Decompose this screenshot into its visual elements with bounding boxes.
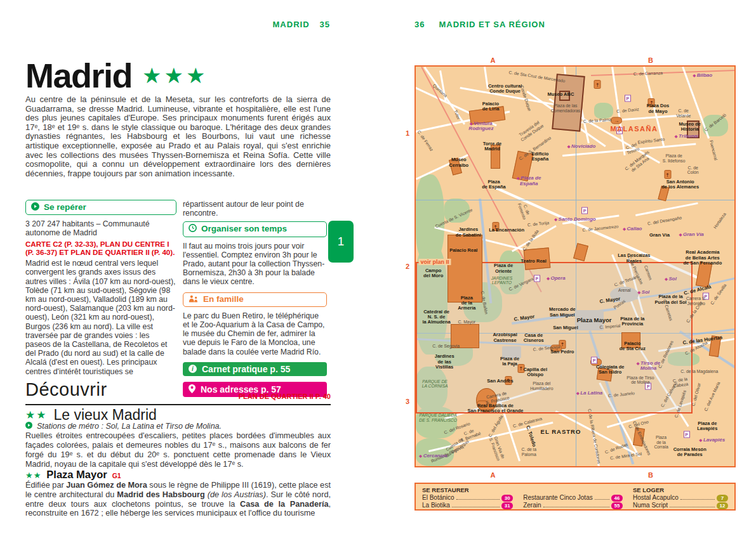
map-label: Jardines de las Vistillas [435,355,454,370]
map-label: Catedral de N. S. de la Almudena [422,309,450,325]
legend-dotted-leader [680,499,715,500]
map-label: Palacio de Sta Cruz [620,341,646,352]
map-label: C. de Sevilla [710,283,727,306]
decouvrir-header: Découvrir PLAN DE QUARTIER II P. 40 [25,379,331,405]
map-label: San Miguel [553,325,578,330]
rich-text-segment: Madrid des Habsbourg [117,490,204,499]
legend-dotted-leader [456,499,500,500]
metro-icon: ◆ [576,391,580,395]
map-label: EL RASTRO [541,429,581,436]
metro-icon: ◆ [700,438,703,442]
map-label: Corrala Mesón de Parades [673,447,706,458]
page-title: Madrid [25,56,132,95]
map-label: Museo ABC [548,92,574,97]
map-label: Travesía del Conde Duque [517,119,544,143]
map-label: ◆ Santo Domingo [554,216,595,222]
heading-stars-icon: ★★ [25,408,47,422]
legend-dotted-leader [452,507,500,507]
map-label: Plaza de la Paja [500,356,519,367]
map-label: C. de la Palma [583,117,612,124]
legend-header [523,486,623,493]
map-label: C. del Ave María [703,381,721,412]
map-legend: SE RESTAUREREl Botánico30La Biotika31Res… [414,483,736,511]
map-label: Gran Vía [649,233,670,238]
legend-item: Zerain55 [523,502,623,509]
legend-item: La Biotika31 [422,502,513,509]
parking-icon: P [625,95,631,102]
metro-icon: ◆ [638,290,642,294]
map-label: ◆ La Latina [576,391,602,396]
intro-paragraph: Au centre de la péninsule et de la Meset… [25,95,331,178]
se-reperer-box: Se repérer [25,200,176,215]
population-line: 3 207 247 habitants – Communauté autonom… [25,219,176,237]
map-label: La Encarnación [489,228,524,233]
map-label: C. de Carranza [633,71,663,77]
map-grid-number: 2 [406,263,409,270]
map-label: PARQUE DE LA CORNISA [422,379,448,389]
map-label: C. de la Magdalena [680,369,718,374]
legend-number-badge: 31 [501,502,513,509]
legend-item-name: Restaurante Cinco Jotas [523,494,593,502]
left-running-title: MADRID [273,20,310,29]
rating-stars-icon: ★★★ [142,63,208,88]
map-building [448,235,482,303]
map-reference-text: CARTE C2 (P. 32-33), PLAN DU CENTRE I (P… [25,240,176,257]
map-label: Plaza de la Provincia [620,316,644,327]
metro-icon: ◆ [693,73,696,77]
legend-dotted-leader [595,499,609,500]
family-icon [189,295,199,304]
map-label: C. del Olivar [691,382,701,407]
decouvrir-title: Découvrir [25,379,107,400]
metro-stations-text: Stations de métro : Sol, La Latina et Ti… [37,422,222,431]
legend-item: Hostal Acapulco7 [633,494,728,502]
map-label: Plaza de la Corrala [654,435,668,450]
map-label: Plaza de S. Ildefonso [663,153,686,163]
legend-column: Restaurante Cinco Jotas46Zerain55 [523,486,623,507]
map-label: Tutor [453,109,461,120]
rich-text-segment: Casa de la Panadería [240,500,328,509]
map-label: Plaza Mayor [577,317,612,324]
map-label: ◆ Opera [547,275,565,281]
map-label: Real Basílica de San Francisco el Grande [468,403,524,414]
en-famille-body: Le parc du Buen Retiro, le téléphérique … [183,311,327,356]
map-grid-letter: B [648,56,653,64]
vieux-madrid-title: Le vieux Madrid [53,407,156,424]
organiser-box: Organiser son temps [183,221,327,237]
legend-number-badge: 7 [717,495,728,502]
map-label: ◆ Sol [665,277,677,282]
metro-stations-line: Stations de métro : Sol, La Latina et Ti… [25,422,222,431]
map-label: C. de Ferraz [416,129,434,152]
map-label: Plaza de las Comendadoras [551,104,580,114]
map-label: C. Mayor [458,320,476,325]
map-label: ◆ Cercanías [419,453,448,459]
legend-number-badge: 46 [611,495,623,502]
map-label: C. de Daoiz [616,107,639,114]
metro-icon: ◆ [665,277,668,281]
legend-number-badge: 30 [501,495,513,502]
column-se-reperer: Se repérer 3 207 247 habitants – Communa… [25,200,176,376]
left-page-header: MADRID 35 [216,20,330,29]
map-label: ◆ Plaza de España [517,176,541,187]
legend-header: SE LOGER [633,486,728,493]
map-label: Jardines de Sabatini [456,227,481,238]
map-label: C. de Mira el Sol [610,452,642,461]
map-label: ◆ Tirso de Molina [637,361,660,372]
map-gridline [416,200,734,200]
legend-item-name: La Biotika [422,502,450,509]
monument-arrow-icon: → [611,117,622,124]
legend-item-name: Hostal Acapulco [633,494,679,502]
map-label: PARQUE DALIEDA DE S. FRANCISCO [419,414,457,423]
legend-header: SE RESTAURER [422,486,513,493]
map-label: San Antonio de los Alemanes [661,179,699,190]
organiser-title: Organiser son temps [201,225,287,233]
map-label: ◆ Tribunal [675,134,699,140]
plaza-mayor-paragraph: Édifiée par Juan Gómez de Mora sous le r… [25,481,331,518]
legend-item-name: Zerain [523,502,541,509]
legend-item: El Botánico30 [422,494,513,502]
legend-item: Numa Script12 [633,502,728,509]
legend-column: SE RESTAUREREl Botánico30La Biotika31 [422,486,513,507]
map-grid-number: 3 [406,398,409,405]
plaza-mayor-heading: ★★ Plaza Mayor G1 [25,469,121,481]
map-label: Hortaleza [713,211,727,229]
se-reperer-body: Madrid est le nœud central vers lequel c… [25,259,176,376]
